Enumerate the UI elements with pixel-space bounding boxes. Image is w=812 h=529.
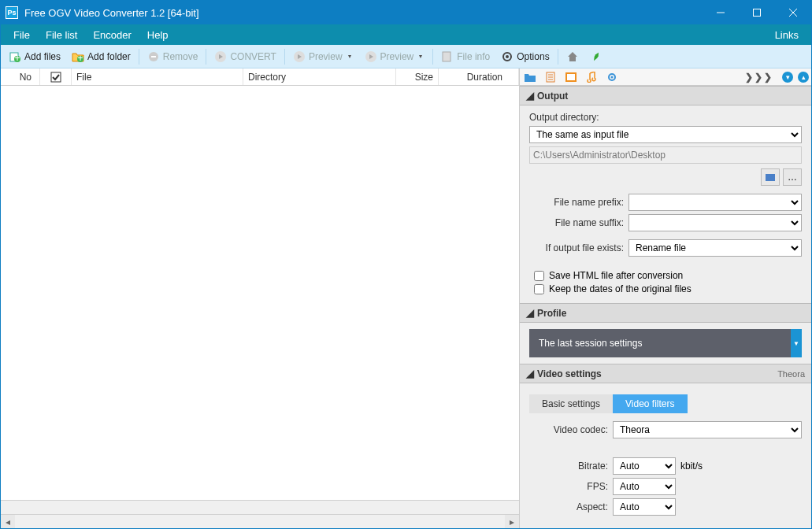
play-icon [365, 50, 377, 63]
ellipsis-icon: … [788, 172, 797, 183]
svg-rect-23 [567, 74, 575, 80]
video-codec-label: Video codec: [529, 424, 608, 435]
col-no[interactable]: No [1, 68, 40, 85]
profile-select[interactable]: The last session settings ▼ [529, 329, 802, 357]
settings-tabstrip: ❯❯❯ ▾ ▴ [520, 68, 811, 86]
convert-icon [214, 50, 227, 63]
tab-folder-icon[interactable] [520, 68, 540, 86]
convert-button[interactable]: CONVERT [209, 48, 280, 65]
convert-label: CONVERT [230, 51, 276, 62]
col-duration[interactable]: Duration [439, 68, 519, 85]
menu-file[interactable]: File [6, 26, 38, 44]
output-path-field [529, 146, 802, 164]
section-video-body: Basic settings Video filters Video codec… [520, 383, 811, 525]
section-output-title: Output [537, 91, 568, 102]
file-info-label: File info [457, 51, 490, 62]
bitrate-select[interactable]: Auto [613, 457, 676, 475]
prefix-label: File name prefix: [529, 197, 624, 208]
fps-select[interactable]: Auto [613, 478, 676, 495]
chevron-down-icon: ▾ [417, 53, 425, 60]
toolbar: + Add files + Add folder Remove CONVERT … [1, 45, 811, 68]
more-arrows-icon[interactable]: ❯❯❯ [739, 72, 780, 83]
file-info-button[interactable]: File info [436, 48, 495, 65]
preview2-button[interactable]: Preview ▾ [360, 48, 430, 65]
pin-icon [590, 50, 603, 63]
play-icon [293, 50, 306, 63]
add-files-label: Add files [24, 51, 61, 62]
svg-rect-17 [51, 72, 61, 82]
maximize-button[interactable] [739, 1, 775, 24]
video-subtabs: Basic settings Video filters [529, 394, 802, 413]
horizontal-scrollbar[interactable]: ◂ ▸ [1, 514, 519, 528]
options-label: Options [517, 51, 549, 62]
titlebar: Ps Free OGV Video Converter 1.2 [64-bit] [1, 1, 811, 24]
home-icon [566, 50, 579, 63]
menu-links[interactable]: Links [767, 26, 806, 44]
info-icon [441, 50, 454, 63]
chevron-down-icon: ▼ [791, 329, 802, 357]
tab-basic-settings[interactable]: Basic settings [529, 394, 613, 413]
suffix-select[interactable] [628, 214, 802, 231]
add-folder-label: Add folder [87, 51, 131, 62]
preview2-label: Preview [380, 51, 414, 62]
section-output-body: Output directory: The same as input file… [520, 105, 811, 303]
remove-button[interactable]: Remove [143, 48, 203, 65]
menu-encoder[interactable]: Encoder [85, 26, 139, 44]
remove-label: Remove [163, 51, 198, 62]
tab-gear-icon[interactable] [602, 68, 622, 86]
save-html-label: Save HTML file after conversion [549, 270, 683, 281]
scroll-left-icon[interactable]: ◂ [1, 515, 15, 528]
collapse-down-icon[interactable]: ▾ [782, 72, 793, 83]
exists-select[interactable]: Rename file [628, 239, 802, 257]
scroll-right-icon[interactable]: ▸ [505, 515, 519, 528]
aspect-select[interactable]: Auto [613, 498, 676, 516]
section-video-header[interactable]: ◢ Video settingsTheora [520, 364, 811, 383]
options-button[interactable]: Options [496, 48, 554, 65]
col-size[interactable]: Size [396, 68, 439, 85]
add-folder-button[interactable]: + Add folder [67, 48, 135, 65]
bitrate-label: Bitrate: [529, 461, 608, 472]
tab-audio-icon[interactable] [581, 68, 602, 86]
window-title: Free OGV Video Converter 1.2 [64-bit] [24, 7, 703, 19]
profile-value: The last session settings [529, 338, 791, 349]
save-html-checkbox[interactable] [534, 271, 544, 281]
settings-scroll: ◢ Output Output directory: The same as i… [520, 86, 811, 528]
tab-doc-icon[interactable] [540, 68, 561, 86]
pin-button[interactable] [585, 48, 607, 65]
gear-icon [501, 50, 514, 63]
open-folder-button[interactable] [761, 168, 780, 186]
bitrate-unit: kbit/s [680, 461, 703, 472]
collapse-up-icon[interactable]: ▴ [798, 72, 809, 83]
section-output-header[interactable]: ◢ Output [520, 86, 811, 105]
table-header: No File Directory Size Duration [1, 68, 519, 86]
file-list-panel: No File Directory Size Duration ◂ ▸ [1, 68, 520, 528]
section-profile-header[interactable]: ◢ Profile [520, 303, 811, 323]
output-directory-label: Output directory: [529, 112, 802, 123]
tab-video-filters[interactable]: Video filters [613, 394, 687, 413]
col-directory[interactable]: Directory [243, 68, 396, 85]
col-checkbox[interactable] [40, 68, 72, 85]
close-button[interactable] [775, 1, 811, 24]
add-folder-icon: + [72, 50, 84, 63]
window-controls [703, 1, 811, 24]
menu-filelist[interactable]: File list [38, 26, 85, 44]
app-logo-icon: Ps [6, 6, 18, 19]
video-codec-select[interactable]: Theora [613, 421, 802, 438]
tab-video-icon[interactable] [561, 68, 581, 86]
add-files-button[interactable]: + Add files [4, 48, 65, 65]
prefix-select[interactable] [628, 194, 802, 211]
preview1-button[interactable]: Preview ▾ [288, 48, 358, 65]
output-directory-select[interactable]: The same as input file [529, 126, 802, 143]
chevron-down-icon: ▾ [346, 53, 354, 60]
section-profile-title: Profile [537, 308, 566, 319]
col-file[interactable]: File [72, 68, 243, 85]
minimize-button[interactable] [703, 1, 739, 24]
menubar: File File list Encoder Help Links [1, 24, 811, 45]
video-codec-badge: Theora [777, 369, 805, 379]
section-video-title: Video settings [537, 368, 602, 379]
browse-button[interactable]: … [783, 168, 802, 186]
home-button[interactable] [562, 48, 584, 65]
keep-dates-checkbox[interactable] [534, 284, 544, 294]
menu-help[interactable]: Help [139, 26, 176, 44]
main-area: No File Directory Size Duration ◂ ▸ ❯❯❯ … [1, 68, 811, 528]
